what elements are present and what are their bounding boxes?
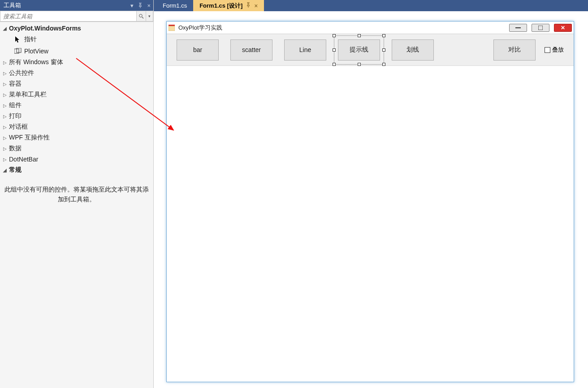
button-hintline[interactable]: 提示线 xyxy=(338,39,380,61)
form-client-area[interactable] xyxy=(167,65,574,382)
toolbox-group-general[interactable]: ◢常规 xyxy=(0,165,153,175)
toolbox-group[interactable]: ▷DotNetBar xyxy=(0,154,153,165)
toolbox-group[interactable]: ▷数据 xyxy=(0,143,153,154)
toolbox-group[interactable]: ▷公共控件 xyxy=(0,68,153,78)
pointer-icon xyxy=(12,36,24,43)
resize-handle[interactable] xyxy=(358,63,361,66)
search-dropdown-icon[interactable]: ▾ xyxy=(146,11,153,22)
svg-rect-6 xyxy=(515,27,521,28)
button-label: 提示线 xyxy=(350,46,368,54)
svg-rect-4 xyxy=(169,25,175,26)
toolbox-header: 工具箱 ▾ × xyxy=(0,0,153,11)
item-label: PlotView xyxy=(24,48,48,55)
toolbox-item-plotview[interactable]: PlotView xyxy=(10,45,153,57)
caret-right-icon: ▷ xyxy=(2,157,8,162)
close-icon[interactable]: × xyxy=(147,3,151,9)
button-label: 划线 xyxy=(406,46,419,54)
checkbox-box[interactable] xyxy=(545,47,550,53)
toolbox-group[interactable]: ▷打印 xyxy=(0,111,153,122)
button-label: bar xyxy=(193,46,202,53)
svg-line-1 xyxy=(142,17,143,18)
form-icon xyxy=(169,25,175,31)
caret-right-icon: ▷ xyxy=(2,103,8,108)
plotview-icon xyxy=(12,48,24,54)
group-label: DotNetBar xyxy=(9,156,38,163)
toolbox-group[interactable]: ▷所有 Windows 窗体 xyxy=(0,57,153,68)
tab-form1-code[interactable]: Form1.cs xyxy=(156,0,193,11)
group-label: 菜单和工具栏 xyxy=(9,91,47,99)
group-label: 组件 xyxy=(9,101,22,109)
button-line[interactable]: Line xyxy=(284,39,326,61)
svg-rect-7 xyxy=(538,26,543,30)
button-compare[interactable]: 对比 xyxy=(493,39,536,61)
caret-down-icon: ◢ xyxy=(2,26,8,31)
group-label: 对话框 xyxy=(9,123,28,131)
document-tabbar: Form1.cs Form1.cs [设计] × xyxy=(154,0,588,11)
tab-form1-design[interactable]: Form1.cs [设计] × xyxy=(193,0,264,11)
group-label: WPF 互操作性 xyxy=(9,134,50,142)
toolbox-item-pointer[interactable]: 指针 xyxy=(10,34,153,45)
maximize-button[interactable] xyxy=(532,24,549,32)
resize-handle[interactable] xyxy=(333,48,336,52)
form-titlebar: OxyPlot学习实践 ✕ xyxy=(167,22,574,34)
form-window[interactable]: OxyPlot学习实践 ✕ bar scatter Line 提示线 xyxy=(166,21,574,382)
caret-right-icon: ▷ xyxy=(2,135,8,140)
caret-down-icon: ◢ xyxy=(2,168,8,173)
group-label: 打印 xyxy=(9,112,22,120)
resize-handle[interactable] xyxy=(358,34,361,37)
toolbox-group[interactable]: ▷容器 xyxy=(0,78,153,89)
close-x-icon: ✕ xyxy=(561,25,565,31)
button-scatter[interactable]: scatter xyxy=(230,39,272,61)
toolbox-tree: ◢ OxyPlot.WindowsForms 指针 PlotView ▷所有 W… xyxy=(0,22,153,388)
toolbox-title: 工具箱 xyxy=(4,1,21,9)
checkbox-label: 叠放 xyxy=(552,46,564,54)
resize-handle[interactable] xyxy=(333,63,336,66)
caret-right-icon: ▷ xyxy=(2,92,8,97)
minimize-button[interactable] xyxy=(509,24,527,32)
resize-handle[interactable] xyxy=(382,48,385,52)
button-label: scatter xyxy=(242,46,261,53)
editor-area: Form1.cs Form1.cs [设计] × OxyPlot学习实践 ✕ xyxy=(154,0,588,388)
close-button[interactable]: ✕ xyxy=(554,24,572,32)
pin-icon[interactable] xyxy=(138,3,143,8)
form-toolbar: bar scatter Line 提示线 xyxy=(167,34,574,65)
toolbox-group-oxyplot[interactable]: ◢ OxyPlot.WindowsForms xyxy=(0,23,153,34)
close-icon[interactable]: × xyxy=(254,2,258,9)
svg-point-0 xyxy=(139,14,143,17)
button-label: Line xyxy=(299,46,311,53)
search-input[interactable] xyxy=(0,11,136,22)
caret-right-icon: ▷ xyxy=(2,114,8,119)
button-label: 对比 xyxy=(508,46,521,54)
toolbox-group[interactable]: ▷对话框 xyxy=(0,122,153,132)
tab-label: Form1.cs [设计] xyxy=(199,2,242,10)
item-label: 指针 xyxy=(24,35,37,44)
resize-handle[interactable] xyxy=(333,34,336,37)
tab-label: Form1.cs xyxy=(163,2,187,9)
resize-handle[interactable] xyxy=(382,63,385,66)
group-label: 容器 xyxy=(9,80,22,88)
caret-right-icon: ▷ xyxy=(2,71,8,76)
caret-right-icon: ▷ xyxy=(2,82,8,87)
toolbox-group[interactable]: ▷WPF 互操作性 xyxy=(0,132,153,143)
toolbox-search-row: ▾ xyxy=(0,11,153,22)
dropdown-icon[interactable]: ▾ xyxy=(130,3,134,9)
group-label: 公共控件 xyxy=(9,69,34,77)
button-markline[interactable]: 划线 xyxy=(392,39,434,61)
toolbox-empty-note: 此组中没有可用的控件。将某项拖至此文本可将其添加到工具箱。 xyxy=(0,175,153,205)
group-label: 数据 xyxy=(9,144,22,153)
button-bar[interactable]: bar xyxy=(177,39,219,61)
caret-right-icon: ▷ xyxy=(2,125,8,130)
resize-handle[interactable] xyxy=(382,34,385,37)
toolbox-group[interactable]: ▷组件 xyxy=(0,100,153,111)
caret-right-icon: ▷ xyxy=(2,60,8,65)
caret-right-icon: ▷ xyxy=(2,146,8,151)
checkbox-stack[interactable]: 叠放 xyxy=(545,46,564,54)
group-label: 常规 xyxy=(9,166,22,174)
form-title: OxyPlot学习实践 xyxy=(177,24,505,32)
svg-rect-5 xyxy=(169,26,175,31)
toolbox-group[interactable]: ▷菜单和工具栏 xyxy=(0,89,153,100)
design-surface[interactable]: OxyPlot学习实践 ✕ bar scatter Line 提示线 xyxy=(154,11,588,388)
pin-icon[interactable] xyxy=(246,2,251,9)
search-icon[interactable] xyxy=(136,11,146,22)
group-label: 所有 Windows 窗体 xyxy=(9,58,63,66)
